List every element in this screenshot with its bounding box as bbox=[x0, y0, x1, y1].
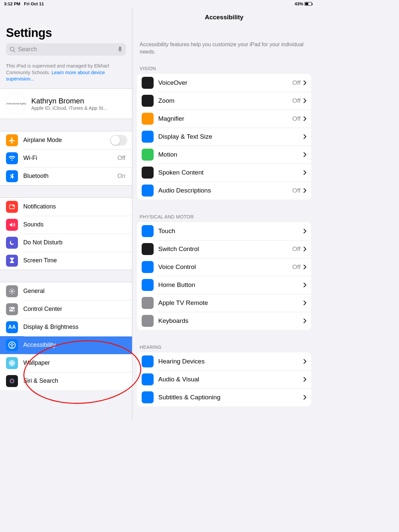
detail-row-hearing-devices[interactable]: Hearing Devices bbox=[137, 352, 311, 370]
detail-row-voiceover[interactable]: VoiceOverOff bbox=[137, 74, 311, 92]
account-sub: Apple ID, iCloud, iTunes & App St... bbox=[31, 105, 126, 111]
row-label: Hearing Devices bbox=[158, 358, 303, 365]
detail-row-audio-descriptions[interactable]: Audio DescriptionsOff bbox=[137, 182, 311, 200]
detail-row-zoom[interactable]: ZoomOff bbox=[137, 92, 311, 110]
detail-row-spoken-content[interactable]: Spoken Content bbox=[137, 164, 311, 182]
siri-icon bbox=[6, 375, 18, 387]
detail-row-magnifier[interactable]: MagnifierOff bbox=[137, 110, 311, 128]
svg-point-20 bbox=[10, 364, 11, 365]
toggles-icon bbox=[6, 303, 18, 315]
sidebar-item-label: Notifications bbox=[23, 203, 127, 210]
sidebar-item-notifications[interactable]: Notifications bbox=[0, 198, 132, 216]
hourglass-icon bbox=[6, 255, 18, 267]
svg-point-19 bbox=[13, 361, 14, 362]
detail-row-home-button[interactable]: Home Button bbox=[137, 276, 311, 294]
detail-row-motion[interactable]: Motion bbox=[137, 146, 311, 164]
row-icon bbox=[142, 315, 154, 327]
detail-row-voice-control[interactable]: Voice ControlOff bbox=[137, 258, 311, 276]
chevron-right-icon bbox=[303, 377, 307, 382]
bluetooth-icon bbox=[6, 170, 18, 182]
svg-point-9 bbox=[10, 307, 11, 309]
row-label: Touch bbox=[158, 227, 303, 235]
settings-card: VoiceOverOffZoomOffMagnifierOffDisplay &… bbox=[137, 74, 311, 200]
detail-row-apple-tv-remote[interactable]: Apple TV Remote bbox=[137, 294, 311, 312]
row-label: Home Button bbox=[158, 281, 303, 289]
sidebar-item-label: Do Not Disturb bbox=[23, 239, 127, 246]
row-icon bbox=[142, 297, 154, 309]
settings-title: Settings bbox=[6, 26, 126, 40]
chevron-right-icon bbox=[303, 134, 307, 139]
svg-point-6 bbox=[11, 290, 13, 292]
row-value: Off bbox=[292, 263, 301, 271]
sidebar-item-label: Screen Time bbox=[23, 257, 127, 264]
row-label: VoiceOver bbox=[158, 79, 292, 86]
svg-point-14 bbox=[11, 360, 13, 362]
sidebar-item-label: Wi-Fi bbox=[23, 155, 117, 162]
sidebar-item-siri-search[interactable]: Siri & Search bbox=[0, 372, 132, 390]
detail-row-audio-visual[interactable]: Audio & Visual bbox=[137, 370, 311, 388]
row-value: Off bbox=[292, 79, 301, 86]
svg-point-16 bbox=[9, 362, 11, 364]
settings-card: TouchSwitch ControlOffVoice ControlOffHo… bbox=[137, 222, 311, 330]
row-icon bbox=[142, 261, 154, 273]
row-label: Zoom bbox=[158, 97, 292, 104]
search-input[interactable]: Search bbox=[6, 43, 126, 56]
svg-point-17 bbox=[13, 362, 15, 364]
sidebar-item-bluetooth[interactable]: BluetoothOn bbox=[0, 167, 132, 185]
status-bar: 3:12 PM Fri Oct 11 43% bbox=[0, 0, 316, 8]
battery-percent: 43% bbox=[295, 1, 303, 6]
toggle-switch[interactable] bbox=[110, 135, 127, 146]
chevron-right-icon bbox=[303, 188, 307, 193]
chevron-right-icon bbox=[303, 264, 307, 270]
sidebar-item-display-brightness[interactable]: AADisplay & Brightness bbox=[0, 318, 132, 336]
sidebar-item-airplane-mode[interactable]: Airplane Mode bbox=[0, 131, 132, 149]
svg-point-21 bbox=[13, 364, 14, 365]
chevron-right-icon bbox=[303, 359, 307, 364]
gear-icon bbox=[6, 285, 18, 297]
svg-point-10 bbox=[13, 310, 14, 311]
sidebar-item-do-not-disturb[interactable]: Do Not Disturb bbox=[0, 234, 132, 252]
bell-icon bbox=[6, 201, 18, 213]
sidebar-item-screen-time[interactable]: Screen Time bbox=[0, 252, 132, 270]
detail-row-keyboards[interactable]: Keyboards bbox=[137, 312, 311, 330]
chevron-right-icon bbox=[303, 282, 307, 288]
row-icon bbox=[142, 185, 154, 197]
detail-row-display-text-size[interactable]: Display & Text Size bbox=[137, 128, 311, 146]
settings-sidebar: Settings Search This iPad is supervised … bbox=[0, 8, 132, 421]
sidebar-item-wi-fi[interactable]: Wi-FiOff bbox=[0, 149, 132, 167]
row-icon bbox=[142, 373, 154, 385]
battery-icon bbox=[305, 2, 312, 6]
detail-row-subtitles-captioning[interactable]: Subtitles & Captioning bbox=[137, 388, 311, 406]
detail-row-switch-control[interactable]: Switch ControlOff bbox=[137, 240, 311, 258]
row-label: Subtitles & Captioning bbox=[158, 394, 303, 401]
svg-point-13 bbox=[11, 362, 13, 364]
section-header: PHYSICAL AND MOTOR bbox=[132, 212, 316, 222]
row-label: Switch Control bbox=[158, 245, 292, 253]
account-name: Kathryn Bromen bbox=[31, 97, 126, 105]
sidebar-item-sounds[interactable]: Sounds bbox=[0, 216, 132, 234]
row-icon bbox=[142, 131, 154, 143]
chevron-right-icon bbox=[303, 152, 307, 157]
row-label: Motion bbox=[158, 151, 303, 158]
row-value: On bbox=[117, 173, 125, 180]
dictate-icon[interactable] bbox=[117, 46, 123, 53]
flower-icon bbox=[6, 357, 18, 369]
sidebar-item-wallpaper[interactable]: Wallpaper bbox=[0, 354, 132, 372]
sidebar-item-general[interactable]: General bbox=[0, 282, 132, 300]
row-icon bbox=[142, 167, 154, 179]
detail-row-touch[interactable]: Touch bbox=[137, 222, 311, 240]
sidebar-item-control-center[interactable]: Control Center bbox=[0, 300, 132, 318]
avatar: Instructional Agility bbox=[6, 93, 27, 114]
status-date: Fri Oct 11 bbox=[24, 1, 44, 6]
chevron-right-icon bbox=[303, 98, 307, 103]
supervision-notice: This iPad is supervised and managed by E… bbox=[0, 59, 132, 88]
svg-point-22 bbox=[9, 378, 15, 384]
settings-card: Hearing DevicesAudio & VisualSubtitles &… bbox=[137, 352, 311, 406]
sidebar-item-accessibility[interactable]: Accessibility bbox=[0, 336, 132, 354]
sidebar-item-label: Accessibility bbox=[23, 341, 127, 348]
row-label: Audio & Visual bbox=[158, 376, 303, 383]
sidebar-item-label: Control Center bbox=[23, 306, 127, 313]
apple-id-row[interactable]: Instructional Agility Kathryn Bromen App… bbox=[0, 88, 132, 119]
sidebar-item-label: Bluetooth bbox=[23, 173, 117, 180]
detail-title: Accessibility bbox=[132, 8, 316, 41]
